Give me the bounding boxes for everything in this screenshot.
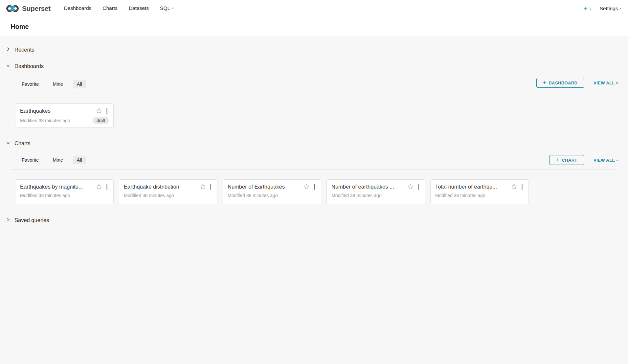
settings-label: Settings — [599, 6, 618, 11]
card-modified-text: Modified 38 minutes ago — [124, 193, 174, 198]
chevron-down-icon — [6, 63, 10, 69]
favorite-star-icon[interactable] — [96, 184, 102, 190]
chevron-right-icon — [6, 217, 10, 223]
card-modified-text: Modified 38 minutes ago — [228, 193, 278, 198]
chart-card[interactable]: Number of Earthquakes Modified 38 minute… — [223, 179, 321, 204]
card-modified-text: Modified 38 minutes ago — [331, 193, 382, 198]
section-header-dashboards[interactable]: Dashboards — [6, 62, 44, 70]
view-all-charts-link[interactable]: VIEW ALL » — [594, 158, 618, 163]
nav-item-charts[interactable]: Charts — [97, 0, 123, 17]
page-header: Home — [0, 17, 628, 36]
plus-icon: + — [584, 5, 588, 12]
nav-item-sql-label: SQL — [160, 5, 170, 11]
nav-menu: Dashboards Charts Datasets SQL▾ — [58, 0, 179, 17]
settings-menu[interactable]: Settings▾ — [599, 6, 621, 11]
kebab-menu-icon[interactable] — [105, 107, 109, 115]
card-meta-row: Modified 38 minutes ago draft — [20, 117, 109, 124]
plus-icon: + — [543, 80, 547, 86]
superset-logo[interactable]: Superset — [0, 4, 58, 13]
chevron-down-icon — [6, 140, 10, 146]
section-label-charts: Charts — [14, 140, 31, 147]
card-meta-row: Modified 38 minutes ago — [20, 193, 109, 198]
chart-card[interactable]: Earthquake distribution Modified 38 minu… — [119, 179, 217, 204]
tab-dashboards-all[interactable]: All — [73, 80, 86, 88]
card-title-row: Total number of earthqu... — [435, 183, 524, 191]
new-dashboard-button[interactable]: + DASHBOARD — [536, 78, 584, 88]
kebab-menu-icon[interactable] — [313, 183, 317, 191]
favorite-star-icon[interactable] — [96, 108, 102, 114]
card-meta-row: Modified 38 minutes ago — [331, 193, 420, 198]
card-title-row: Earthquakes — [20, 107, 109, 115]
card-actions — [511, 183, 524, 191]
card-actions — [303, 183, 317, 191]
brand-name: Superset — [22, 5, 51, 12]
new-chart-button-label: CHART — [562, 158, 577, 163]
superset-infinity-icon — [6, 4, 19, 13]
favorite-star-icon[interactable] — [200, 184, 206, 190]
tab-charts-mine[interactable]: Mine — [49, 156, 67, 164]
nav-item-sql[interactable]: SQL▾ — [154, 0, 179, 17]
charts-filter-tabs: Favorite Mine All — [18, 156, 86, 164]
dashboard-card-earthquakes[interactable]: Earthquakes Modified 38 minutes ago draf… — [15, 103, 114, 128]
kebab-menu-icon[interactable] — [416, 183, 420, 191]
chevron-right-icon — [6, 47, 10, 53]
section-header-saved-queries[interactable]: Saved queries — [6, 216, 49, 224]
chart-card-title[interactable]: Total number of earthqu... — [435, 184, 508, 190]
view-all-dashboards-link[interactable]: VIEW ALL » — [594, 80, 618, 85]
chart-card-title[interactable]: Earthquakes by magnitu... — [20, 184, 93, 190]
caret-down-icon: ▾ — [172, 7, 174, 10]
kebab-menu-icon[interactable] — [105, 183, 109, 191]
plus-icon: + — [556, 157, 559, 163]
section-header-charts[interactable]: Charts — [6, 139, 31, 148]
tab-charts-favorite[interactable]: Favorite — [18, 156, 43, 164]
card-modified-text: Modified 38 minutes ago — [20, 118, 70, 123]
card-actions — [200, 183, 213, 191]
new-chart-button[interactable]: + CHART — [549, 155, 584, 165]
section-header-recents[interactable]: Recents — [6, 45, 34, 54]
tab-dashboards-favorite[interactable]: Favorite — [18, 80, 43, 88]
card-meta-row: Modified 38 minutes ago — [228, 193, 316, 198]
card-meta-row: Modified 38 minutes ago — [124, 193, 213, 198]
card-actions — [407, 183, 420, 191]
favorite-star-icon[interactable] — [407, 184, 414, 190]
new-dashboard-button-label: DASHBOARD — [549, 80, 577, 85]
chart-card[interactable]: Number of earthquakes ... Modified 38 mi… — [326, 179, 425, 204]
favorite-star-icon[interactable] — [303, 184, 310, 190]
favorite-star-icon[interactable] — [511, 184, 517, 190]
dashboard-card-title[interactable]: Earthquakes — [20, 108, 93, 114]
page-title: Home — [11, 23, 29, 31]
card-meta-row: Modified 38 minutes ago — [435, 193, 524, 198]
kebab-menu-icon[interactable] — [209, 183, 213, 191]
caret-down-icon: ▾ — [620, 7, 621, 10]
charts-tabs-divider — [11, 170, 617, 170]
kebab-menu-icon[interactable] — [520, 183, 524, 191]
card-actions — [96, 107, 109, 115]
card-title-row: Earthquakes by magnitu... — [20, 183, 109, 191]
section-label-dashboards: Dashboards — [14, 63, 44, 69]
card-title-row: Number of Earthquakes — [228, 183, 316, 191]
chart-card-title[interactable]: Number of earthquakes ... — [331, 184, 405, 190]
section-label-recents: Recents — [14, 47, 34, 53]
dashboards-filter-tabs: Favorite Mine All — [18, 80, 86, 88]
tab-dashboards-mine[interactable]: Mine — [49, 80, 67, 88]
chart-card[interactable]: Total number of earthqu... Modified 38 m… — [430, 179, 529, 204]
nav-right-group: +▾ Settings▾ — [584, 5, 628, 12]
card-modified-text: Modified 38 minutes ago — [435, 193, 485, 198]
nav-item-dashboards[interactable]: Dashboards — [58, 0, 97, 17]
chart-card[interactable]: Earthquakes by magnitu... Modified 38 mi… — [15, 179, 114, 204]
section-label-saved-queries: Saved queries — [14, 217, 49, 223]
card-title-row: Earthquake distribution — [124, 183, 213, 191]
nav-item-datasets[interactable]: Datasets — [123, 0, 154, 17]
chart-card-title[interactable]: Number of Earthquakes — [228, 184, 301, 190]
dashboards-tabs-divider — [11, 94, 617, 94]
status-badge: draft — [93, 117, 109, 124]
card-title-row: Number of earthquakes ... — [331, 183, 420, 191]
card-modified-text: Modified 38 minutes ago — [20, 193, 70, 198]
top-navbar: Superset Dashboards Charts Datasets SQL▾… — [0, 0, 628, 17]
card-actions — [96, 183, 109, 191]
new-item-plus-button[interactable]: +▾ — [584, 5, 591, 12]
caret-down-icon: ▾ — [590, 8, 591, 11]
superset-home-page: Superset Dashboards Charts Datasets SQL▾… — [0, 0, 628, 364]
tab-charts-all[interactable]: All — [73, 156, 86, 164]
chart-card-title[interactable]: Earthquake distribution — [124, 184, 197, 190]
